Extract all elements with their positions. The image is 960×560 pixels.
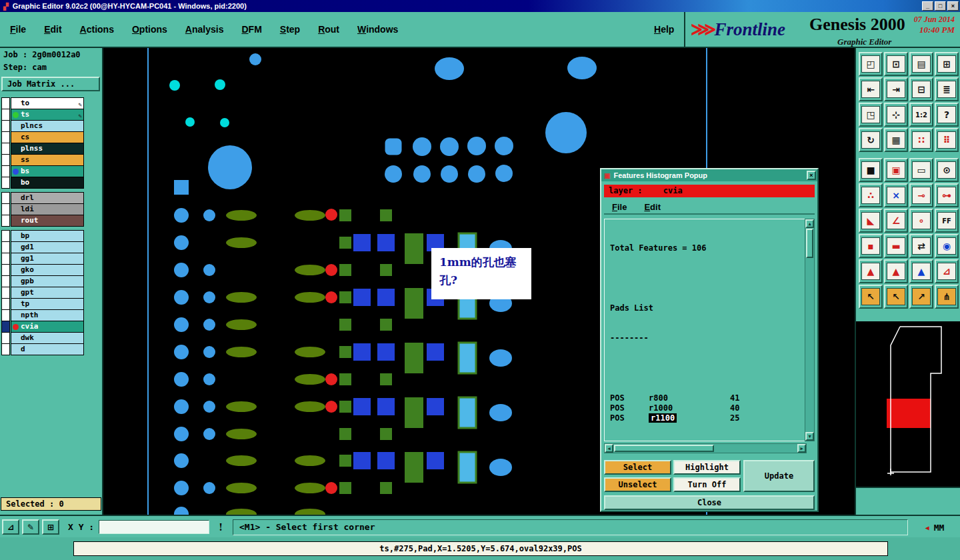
layer-row-dwk[interactable]: dwk [1, 332, 84, 344]
layer-row-bo[interactable]: bo [1, 177, 84, 189]
select-arrow-button[interactable]: ↖ [859, 285, 883, 309]
zoom-scale-button[interactable]: 1:2 [909, 103, 933, 127]
layer-row-ts[interactable]: ts✎ [1, 109, 84, 121]
layer-row-gpb[interactable]: gpb [1, 275, 84, 287]
pad-symbol[interactable]: r1000 [649, 403, 673, 413]
layer-name-d[interactable]: d [11, 343, 84, 355]
menu-help[interactable]: Help [654, 24, 674, 35]
dot-matrix-button[interactable]: ⠿ [935, 128, 959, 152]
layer-checkbox-bo[interactable] [1, 177, 10, 189]
erase-button[interactable]: × [884, 183, 908, 207]
layer-name-cvia[interactable]: cvia [11, 321, 84, 333]
ruler-button[interactable]: ▭ [909, 158, 933, 182]
pad-filled-button[interactable]: ■ [859, 158, 883, 182]
draw-tool-button[interactable]: ✎ [22, 519, 39, 535]
pad-red-button[interactable]: ▪ [859, 234, 883, 258]
pan-button[interactable]: ⊹ [884, 103, 908, 127]
layer-name-gpt[interactable]: gpt [11, 287, 84, 299]
layer-name-ldi[interactable]: ldi [11, 203, 84, 215]
close-button[interactable]: × [947, 1, 959, 11]
popup-menu-file[interactable]: File [612, 202, 627, 212]
layer-name-to[interactable]: to✎ [11, 97, 84, 109]
layer-name-plnss[interactable]: plnss [11, 143, 84, 155]
scroll-up-icon[interactable]: ▲ [805, 219, 814, 228]
layer-checkbox-d[interactable] [1, 343, 10, 355]
layer-name-bs[interactable]: bs [11, 165, 84, 177]
layer-checkbox-drl[interactable] [1, 192, 10, 204]
alert-button[interactable]: ! [213, 519, 228, 535]
layer-row-ldi[interactable]: ldi [1, 203, 84, 215]
pads-list-row[interactable]: POSr100040 [610, 403, 806, 413]
layer-name-drl[interactable]: drl [11, 192, 84, 204]
layer-checkbox-ts[interactable] [1, 109, 10, 121]
unselect-button[interactable]: Unselect [604, 477, 671, 492]
layer-name-cs[interactable]: cs [11, 131, 84, 143]
menu-analysis[interactable]: Analysis [185, 24, 224, 35]
layer-name-npth[interactable]: npth [11, 309, 84, 321]
pads-list[interactable]: Total Features = 106 Pads List -------- … [604, 219, 807, 441]
layer-row-gg1[interactable]: gg1 [1, 253, 84, 265]
window-shade-button[interactable]: ◰ [859, 52, 883, 76]
units-button[interactable]: ◀ MM [913, 519, 957, 535]
vertical-scroll-thumb[interactable] [806, 229, 813, 258]
screen-button[interactable]: ⊡ [884, 52, 908, 76]
layer-name-gd1[interactable]: gd1 [11, 241, 84, 253]
dfm-info-button[interactable]: ▲ [909, 259, 933, 283]
red-blue-pair-button[interactable]: ∷ [909, 128, 933, 152]
menu-step[interactable]: Step [280, 24, 300, 35]
select-button[interactable]: Select [604, 460, 671, 475]
minimize-button[interactable]: _ [922, 1, 933, 11]
edit-arrow-button[interactable]: ↖ [884, 285, 908, 309]
swap-button[interactable]: ⇄ [909, 234, 933, 258]
xy-input[interactable] [99, 520, 209, 534]
layer-row-cvia[interactable]: cvia [1, 321, 84, 333]
slope-button[interactable]: ∠ [884, 209, 908, 233]
pads-list-row[interactable]: POSr80041 [610, 393, 806, 403]
horizontal-scroll-thumb[interactable] [614, 445, 714, 452]
probe-right-button[interactable]: ⊶ [935, 183, 959, 207]
layer-name-dwk[interactable]: dwk [11, 332, 84, 344]
corner-tool-button[interactable]: ⊿ [2, 519, 19, 535]
close-popup-button[interactable]: Close [604, 495, 815, 510]
layer-row-drl[interactable]: drl [1, 192, 84, 204]
layer-name-gko[interactable]: gko [11, 264, 84, 276]
layer-row-plncs[interactable]: plncs [1, 120, 84, 132]
layer-checkbox-cvia[interactable] [1, 321, 10, 333]
overview-panel[interactable] [855, 321, 960, 487]
dock-right-button[interactable]: ⇥ [884, 77, 908, 101]
frame-tool-button[interactable]: ⊞ [42, 519, 59, 535]
scroll-right-icon[interactable]: ▶ [797, 444, 806, 453]
layer-row-tp[interactable]: tp [1, 298, 84, 310]
layer-row-gko[interactable]: gko [1, 264, 84, 276]
menu-windows[interactable]: Windows [357, 24, 398, 35]
dock-left-button[interactable]: ⇤ [859, 77, 883, 101]
scroll-left-icon[interactable]: ◀ [605, 444, 613, 453]
layer-row-ss[interactable]: ss [1, 154, 84, 166]
probe-left-button[interactable]: ⊸ [909, 183, 933, 207]
layer-checkbox-gg1[interactable] [1, 253, 10, 265]
layer-checkbox-to[interactable] [1, 97, 10, 109]
route-branch-button[interactable]: ⋔ [935, 285, 959, 309]
pads-list-row[interactable]: POSr110025 [610, 413, 806, 423]
layer-row-plnss[interactable]: plnss [1, 143, 84, 155]
menu-rout[interactable]: Rout [318, 24, 339, 35]
rotate-button[interactable]: ↻ [859, 128, 883, 152]
dfm-alert-button[interactable]: ▲ [859, 259, 883, 283]
layer-name-bp[interactable]: bp [11, 230, 84, 242]
maximize-button[interactable]: □ [935, 1, 946, 11]
popup-horizontal-scrollbar[interactable]: ◀ ▶ [604, 443, 807, 453]
scroll-down-icon[interactable]: ▼ [805, 432, 814, 441]
layer-name-tp[interactable]: tp [11, 298, 84, 310]
line-red-button[interactable]: ▬ [884, 234, 908, 258]
layer-row-npth[interactable]: npth [1, 309, 84, 321]
grid-button[interactable]: ▦ [884, 128, 908, 152]
menu-edit[interactable]: Edit [44, 24, 61, 35]
triangle-ruler-button[interactable]: ◣ [859, 209, 883, 233]
layer-row-gd1[interactable]: gd1 [1, 241, 84, 253]
popup-vertical-scrollbar[interactable]: ▲ ▼ [805, 219, 815, 441]
net-points-button[interactable]: ∴ [859, 183, 883, 207]
layer-name-gpb[interactable]: gpb [11, 275, 84, 287]
layer-row-bs[interactable]: bs [1, 165, 84, 177]
layer-checkbox-plnss[interactable] [1, 143, 10, 155]
layer-checkbox-dwk[interactable] [1, 332, 10, 344]
